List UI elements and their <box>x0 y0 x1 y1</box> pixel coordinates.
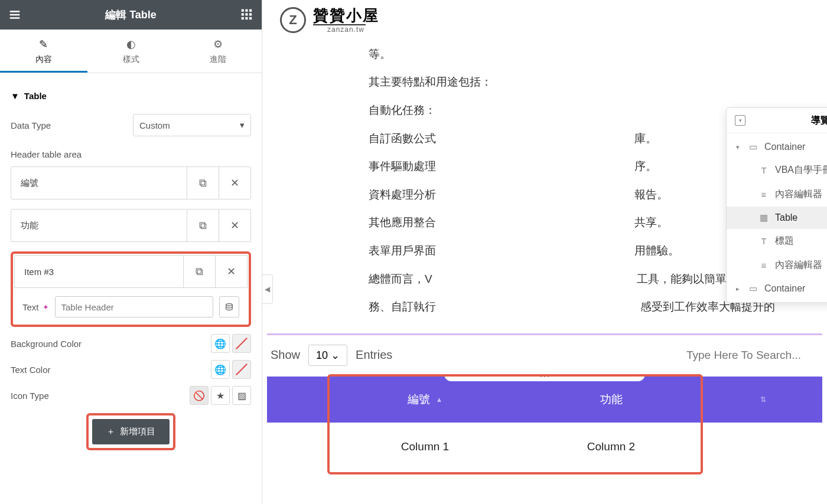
navigator-title: 導覽器 <box>745 114 827 127</box>
navigator-panel: ▾ 導覽器 ✕ ▾ ▭ Container T VBA自學手冊 ≡ 內容編輯器 … <box>726 107 827 303</box>
table-row: Column 1 Column 2 <box>267 423 822 471</box>
add-item-button[interactable]: ＋ 新增項目 <box>92 419 170 444</box>
panel-title: 編輯 Table <box>21 8 240 22</box>
header-area-label: Header table area <box>11 149 251 159</box>
nav-editor-1[interactable]: ≡ 內容編輯器 <box>727 182 827 207</box>
sort-icon: ⇅ <box>760 395 766 404</box>
nav-heading[interactable]: T 標題 <box>727 229 827 253</box>
plus-icon: ＋ <box>106 426 115 437</box>
bg-color-row: Background Color 🌐 <box>11 334 251 353</box>
data-type-select[interactable]: Custom ▾ <box>133 114 251 136</box>
widget-handle[interactable]: • • • <box>444 372 645 381</box>
data-table: • • • 編號▲ 功能 ⇅ Column 1 Column 2 <box>267 377 822 471</box>
add-item-highlight: ＋ 新增項目 <box>86 413 175 450</box>
svg-rect-8 <box>249 17 252 19</box>
td-col1: Column 1 <box>332 440 518 453</box>
header-item-1-label: 編號 <box>11 178 187 189</box>
text-icon: T <box>758 165 769 175</box>
tab-content[interactable]: ✎ 內容 <box>0 30 87 73</box>
navigator-header: ▾ 導覽器 ✕ <box>727 108 827 133</box>
table-controls-row: Show 10 ⌄ Entries <box>262 342 827 368</box>
td-col2: Column 2 <box>518 440 704 453</box>
nav-text-vba[interactable]: T VBA自學手冊 <box>727 158 827 182</box>
globe-icon[interactable]: 🌐 <box>211 334 230 353</box>
panel-tabs: ✎ 內容 ◐ 樣式 ⚙ 進階 <box>0 30 262 73</box>
tab-content-label: 內容 <box>35 54 52 65</box>
menu-icon[interactable] <box>8 8 21 21</box>
panel-header: 編輯 Table <box>0 0 262 30</box>
text-color-label: Text Color <box>11 365 51 375</box>
header-item-2[interactable]: 功能 ⧉ ✕ <box>11 209 251 242</box>
nav-item-label: 內容編輯器 <box>775 188 822 201</box>
caret-down-icon: ▾ <box>240 120 245 130</box>
image-icon[interactable]: ▨ <box>232 386 251 405</box>
svg-point-9 <box>226 304 233 306</box>
dropdown-icon[interactable]: ▾ <box>735 115 745 126</box>
duplicate-icon[interactable]: ⧉ <box>183 255 215 288</box>
caret-right-icon: ▸ <box>736 285 742 293</box>
text-field-row: Text ✦ <box>14 288 248 320</box>
none-icon[interactable]: 🚫 <box>190 386 209 405</box>
panel-body: ▼ Table Data Type Custom ▾ Header table … <box>0 73 262 504</box>
panel-collapse-handle[interactable]: ◀ <box>262 274 273 304</box>
globe-icon[interactable]: 🌐 <box>211 360 230 379</box>
header-item-3-label: Item #3 <box>15 267 183 277</box>
svg-rect-1 <box>245 9 248 12</box>
data-type-value: Custom <box>139 120 170 130</box>
svg-rect-7 <box>245 17 248 19</box>
bg-color-label: Background Color <box>11 339 82 349</box>
nav-container-2[interactable]: ▸ ▭ Container <box>727 277 827 300</box>
section-title: Table <box>24 91 47 101</box>
tab-advanced[interactable]: ⚙ 進階 <box>174 30 262 73</box>
sort-asc-icon: ▲ <box>436 395 443 404</box>
nav-table[interactable]: ▦ Table EKIT <box>727 207 827 229</box>
icon-type-row: Icon Type 🚫 ★ ▨ <box>11 386 251 405</box>
caret-down-icon: ▾ <box>736 143 742 151</box>
nav-item-label: Container <box>764 283 805 294</box>
entries-label: Entries <box>356 348 392 362</box>
duplicate-icon[interactable]: ⧉ <box>187 166 219 199</box>
nav-item-label: VBA自學手冊 <box>775 164 827 176</box>
tab-style[interactable]: ◐ 樣式 <box>87 30 175 73</box>
nav-item-label: 標題 <box>775 235 794 247</box>
table-search-input[interactable] <box>683 345 819 365</box>
star-icon[interactable]: ★ <box>211 386 230 405</box>
svg-rect-4 <box>245 13 248 15</box>
section-toggle-table[interactable]: ▼ Table <box>11 91 251 101</box>
site-header: Z 贊贊小屋 zanzan.tw <box>262 0 827 41</box>
navigator-tree: ▾ ▭ Container T VBA自學手冊 ≡ 內容編輯器 ▦ Table … <box>727 133 827 302</box>
table-icon: ▦ <box>758 212 769 223</box>
tab-advanced-label: 進階 <box>210 54 226 65</box>
header-item-3[interactable]: Item #3 ⧉ ✕ <box>14 255 248 288</box>
nav-editor-2[interactable]: ≡ 內容編輯器 <box>727 253 827 277</box>
th-col1[interactable]: 編號▲ <box>332 392 518 407</box>
delete-icon[interactable]: ✕ <box>219 166 250 199</box>
contrast-icon: ◐ <box>126 38 136 51</box>
svg-rect-3 <box>242 13 244 15</box>
nav-item-label: Container <box>764 142 805 152</box>
text-icon: T <box>758 236 769 246</box>
ai-sparkle-icon[interactable]: ✦ <box>43 303 49 312</box>
pencil-icon: ✎ <box>39 38 48 51</box>
svg-rect-2 <box>249 9 252 12</box>
color-none-icon[interactable] <box>232 334 251 353</box>
th-col3[interactable]: ⇅ <box>704 395 822 404</box>
field-data-type: Data Type Custom ▾ <box>11 114 251 136</box>
color-none-icon[interactable] <box>232 360 251 379</box>
entries-select[interactable]: 10 ⌄ <box>308 345 347 366</box>
header-text-input[interactable] <box>55 296 213 318</box>
editor-icon: ≡ <box>758 189 769 199</box>
apps-icon[interactable] <box>240 8 253 21</box>
nav-container-1[interactable]: ▾ ▭ Container <box>727 136 827 158</box>
svg-rect-6 <box>242 17 244 19</box>
th-col2[interactable]: 功能 <box>518 392 704 407</box>
gear-icon: ⚙ <box>213 38 223 51</box>
dynamic-tags-icon[interactable] <box>219 296 239 318</box>
delete-icon[interactable]: ✕ <box>219 209 250 242</box>
header-item-1[interactable]: 編號 ⧉ ✕ <box>11 166 251 199</box>
svg-rect-0 <box>242 9 244 12</box>
duplicate-icon[interactable]: ⧉ <box>187 209 219 242</box>
table-header: • • • 編號▲ 功能 ⇅ <box>267 377 822 423</box>
add-item-label: 新增項目 <box>120 426 155 437</box>
delete-icon[interactable]: ✕ <box>215 255 247 288</box>
